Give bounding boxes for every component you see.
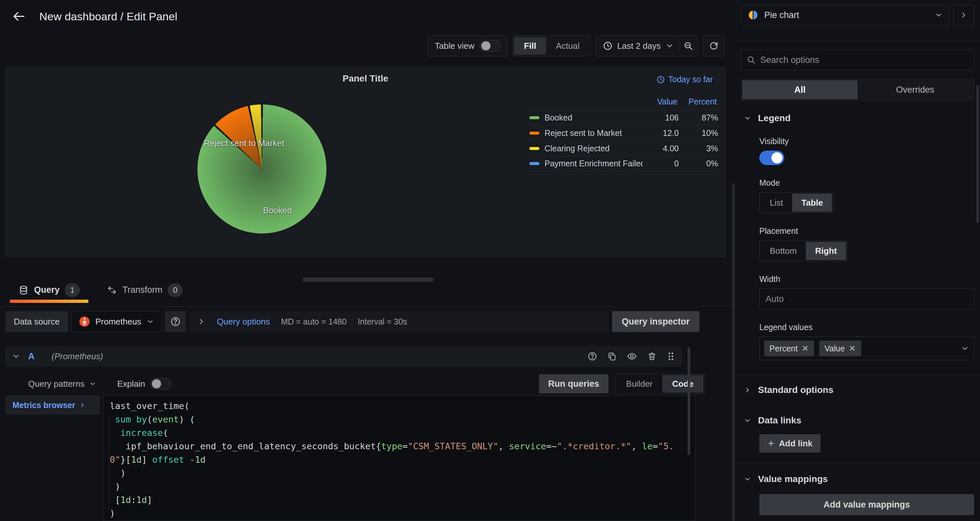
- active-tab-underline: [10, 300, 88, 303]
- query-options-link[interactable]: Query options: [217, 317, 270, 327]
- back-arrow-icon[interactable]: [10, 7, 28, 25]
- sidebar-divider: [737, 40, 980, 40]
- sidebar-scrollbar[interactable]: [977, 85, 979, 223]
- time-range-label[interactable]: Last 2 days: [617, 41, 661, 51]
- section-legend[interactable]: Legend: [737, 113, 980, 123]
- datasource-picker[interactable]: Prometheus: [72, 311, 162, 332]
- placement-bottom-option[interactable]: Bottom: [760, 242, 806, 260]
- query-inspector-button[interactable]: Query inspector: [612, 311, 699, 332]
- chevron-down-icon: [934, 11, 943, 19]
- placement-right-option[interactable]: Right: [806, 242, 846, 260]
- sidebar-divider: [737, 464, 980, 464]
- search-options-input[interactable]: Search options: [741, 49, 974, 70]
- series-swatch: [530, 147, 539, 150]
- pie-graphic[interactable]: [197, 104, 326, 234]
- placement-label: Placement: [759, 226, 974, 236]
- query-scrollbar[interactable]: [687, 347, 690, 455]
- panel-legend-table: Value Percent Booked 106 87% Reject sent…: [525, 96, 718, 171]
- legend-row[interactable]: Reject sent to Market 12.0 10%: [525, 125, 718, 140]
- code-editor[interactable]: last_over_time( sum by(event) ( increase…: [103, 395, 695, 521]
- refresh-button[interactable]: [703, 35, 724, 56]
- refresh-icon: [709, 41, 719, 51]
- datasource-label: Data source: [5, 311, 68, 332]
- eye-icon[interactable]: [627, 351, 637, 362]
- tab-transform[interactable]: Transform 0: [98, 274, 191, 306]
- legend-row[interactable]: Booked 106 87%: [525, 110, 718, 125]
- options-sidebar: Pie chart Search options All Overrides L…: [736, 0, 980, 521]
- interval-info: Interval = 30s: [358, 317, 407, 327]
- main-scrollbar[interactable]: [732, 183, 735, 521]
- section-data-links[interactable]: Data links: [737, 415, 980, 426]
- explain-toggle[interactable]: [150, 378, 171, 390]
- table-view-toggle[interactable]: [480, 40, 501, 52]
- datasource-row: Data source Prometheus Query options MD …: [5, 311, 699, 332]
- mode-group: List Table: [759, 192, 833, 213]
- legend-row[interactable]: Clearing Rejected 4.00 3%: [525, 140, 718, 156]
- metrics-browser-button[interactable]: Metrics browser: [5, 395, 100, 414]
- datasource-help-button[interactable]: [165, 311, 186, 332]
- chevron-down-icon[interactable]: [665, 41, 674, 50]
- fill-option[interactable]: Fill: [514, 37, 546, 55]
- width-label: Width: [759, 274, 974, 284]
- legend-header-value[interactable]: Value: [641, 97, 678, 107]
- section-value-mappings[interactable]: Value mappings: [737, 474, 980, 484]
- fill-actual-group: Fill Actual: [513, 35, 591, 56]
- placement-field: Placement Bottom Right: [759, 226, 974, 261]
- help-icon[interactable]: [587, 351, 597, 361]
- builder-option[interactable]: Builder: [616, 375, 662, 393]
- duplicate-icon[interactable]: [607, 351, 617, 361]
- add-value-mappings-button[interactable]: Add value mappings: [759, 494, 974, 515]
- tab-overrides[interactable]: Overrides: [858, 80, 973, 99]
- clock-icon: [603, 41, 612, 51]
- legend-values-select[interactable]: Percent ✕ Value ✕: [759, 337, 974, 360]
- sidebar-divider: [737, 374, 980, 375]
- transform-count-badge: 0: [168, 283, 183, 297]
- close-icon[interactable]: ✕: [849, 344, 856, 354]
- width-input[interactable]: Auto: [759, 288, 974, 309]
- editor-tabs: Query 1 Transform 0: [0, 274, 736, 306]
- page-title: New dashboard / Edit Panel: [39, 10, 177, 23]
- transform-icon: [107, 285, 117, 295]
- legend-values-label: Legend values: [759, 323, 974, 332]
- chevron-right-icon: [79, 402, 86, 408]
- actual-option[interactable]: Actual: [546, 37, 589, 55]
- section-standard-options[interactable]: Standard options: [737, 385, 980, 395]
- legend-header-percent[interactable]: Percent: [678, 97, 717, 107]
- chevron-down-icon: [744, 475, 751, 483]
- query-ref-id[interactable]: A: [28, 351, 35, 362]
- mode-table-option[interactable]: Table: [792, 194, 832, 212]
- plus-icon: [767, 440, 775, 447]
- legend-row[interactable]: Payment Enrichment Failed 0 0%: [525, 156, 718, 171]
- collapse-sidebar-button[interactable]: [953, 5, 974, 25]
- chevron-down-icon[interactable]: [961, 344, 969, 353]
- trash-icon[interactable]: [647, 351, 657, 361]
- zoom-out-icon[interactable]: [683, 41, 693, 51]
- toolbar-divider: [678, 39, 679, 53]
- panel-time-info[interactable]: Today so far: [657, 75, 713, 84]
- add-link-button[interactable]: Add link: [759, 434, 821, 452]
- panel-title[interactable]: Panel Title: [6, 73, 725, 84]
- table-view-control: Table view: [428, 35, 508, 56]
- query-editor-toolbar: Query patterns Explain Run queries Build…: [5, 373, 705, 394]
- panel-toolbar: Table view Fill Actual Last 2 days: [428, 35, 724, 56]
- visibility-toggle[interactable]: [759, 151, 784, 165]
- pie-chart-icon: [747, 9, 759, 21]
- chevron-right-icon[interactable]: [197, 317, 206, 326]
- collapse-chevron-icon[interactable]: [12, 352, 20, 360]
- tab-all[interactable]: All: [742, 80, 858, 99]
- series-swatch: [530, 132, 539, 135]
- drag-grip-icon[interactable]: [667, 351, 675, 361]
- code-option[interactable]: Code: [662, 375, 703, 393]
- tab-query[interactable]: Query 1: [10, 274, 88, 306]
- run-queries-button[interactable]: Run queries: [539, 374, 608, 393]
- clock-icon: [657, 75, 665, 84]
- query-patterns-dropdown[interactable]: Query patterns: [28, 379, 96, 389]
- chip-percent: Percent ✕: [764, 341, 814, 356]
- top-header: New dashboard / Edit Panel: [0, 0, 736, 33]
- close-icon[interactable]: ✕: [802, 344, 809, 354]
- visualization-picker[interactable]: Pie chart: [741, 5, 949, 25]
- query-count-badge: 1: [65, 283, 80, 297]
- mode-list-option[interactable]: List: [760, 194, 792, 212]
- sidebar-divider: [737, 405, 980, 405]
- mode-field: Mode List Table: [759, 178, 974, 213]
